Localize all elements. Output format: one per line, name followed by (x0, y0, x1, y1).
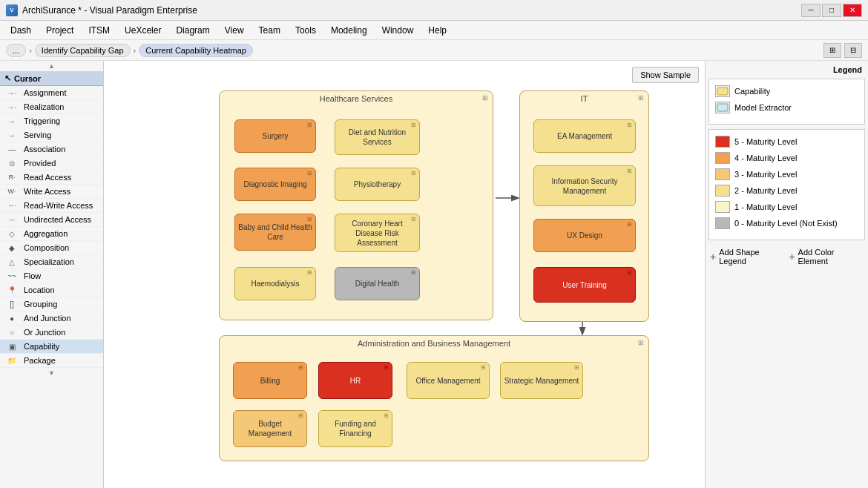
panel-item-readwrite-access[interactable]: ↔· Read-Write Access (0, 199, 103, 213)
realization-icon: →· (4, 103, 19, 111)
billing-box[interactable]: ⊞ Billing (233, 362, 307, 399)
panel-item-flow[interactable]: ~~ Flow (0, 269, 103, 283)
budget-box[interactable]: ⊞ Budget Management (233, 410, 307, 447)
menu-window[interactable]: Window (375, 24, 421, 37)
menu-diagram[interactable]: Diagram (168, 24, 217, 37)
menu-dash[interactable]: Dash (3, 24, 39, 37)
panel-item-composition[interactable]: ◆ Composition (0, 241, 103, 255)
color-1-label: 1 - Maturity Level (734, 202, 797, 211)
it-container[interactable]: IT ⊞ ⊞ EA Management ⊞ Information Secur… (519, 90, 649, 322)
color-4-swatch (715, 152, 730, 164)
strategic-box[interactable]: ⊞ Strategic Management (500, 362, 583, 399)
surgery-box[interactable]: ⊞ Surgery (234, 119, 316, 153)
panel-item-capability[interactable]: ▣ Capability (0, 340, 103, 354)
hr-box[interactable]: ⊞ HR (318, 362, 392, 399)
grouping-icon: [] (4, 300, 19, 309)
panel-item-realization[interactable]: →· Realization (0, 100, 103, 114)
funding-box[interactable]: ⊞ Funding and Financing (318, 410, 392, 447)
add-color-element[interactable]: + Add Color Element (787, 246, 865, 267)
menu-help[interactable]: Help (421, 24, 454, 37)
coronary-box[interactable]: ⊞ Coronary Heart Disease Risk Assessment (335, 214, 420, 252)
menu-project[interactable]: Project (39, 24, 81, 37)
menu-itsm[interactable]: ITSM (81, 24, 117, 37)
app-title: ArchiSurance * - Visual Paradigm Enterpr… (22, 5, 801, 16)
readwrite-label: Read-Write Access (24, 201, 93, 210)
legend-title: Legend (708, 64, 865, 76)
menu-team[interactable]: Team (251, 24, 288, 37)
diagram-canvas[interactable]: Show Sample Healthcare S (104, 61, 705, 488)
ea-box[interactable]: ⊞ EA Management (533, 119, 636, 153)
diagnostic-box[interactable]: ⊞ Diagnostic Imaging (234, 168, 316, 201)
panel-item-provided[interactable]: ⊙ Provided (0, 156, 103, 171)
ea-icon: ⊞ (627, 122, 632, 129)
panel-item-write-access[interactable]: W· Write Access (0, 185, 103, 199)
diet-box[interactable]: ⊞ Diet and Nutrition Services (335, 119, 420, 155)
it-container-icon: ⊞ (638, 94, 644, 102)
scroll-down[interactable]: ▼ (0, 368, 103, 378)
digital-icon: ⊞ (411, 269, 416, 277)
physio-label: Physiotherapy (354, 179, 401, 189)
digital-box[interactable]: ⊞ Digital Health (335, 267, 420, 300)
menu-modeling[interactable]: Modeling (323, 24, 375, 37)
office-box[interactable]: ⊞ Office Management (407, 362, 490, 399)
diet-icon: ⊞ (411, 122, 416, 129)
capability-label: Capability (24, 342, 59, 351)
breadcrumb-tool-1[interactable]: ⊞ (823, 43, 841, 58)
panel-item-and-junction[interactable]: ● And Junction (0, 311, 103, 326)
breadcrumb-tool-2[interactable]: ⊟ (844, 43, 862, 58)
add-color-icon: + (789, 251, 795, 263)
panel-item-assignment[interactable]: →· Assignment (0, 86, 103, 100)
haemo-box[interactable]: ⊞ Haemodialysis (234, 267, 316, 300)
admin-container[interactable]: Administration and Business Management ⊞… (219, 335, 649, 461)
strategic-label: Strategic Management (504, 376, 579, 386)
maximize-button[interactable]: □ (822, 4, 841, 17)
color-3-swatch (715, 168, 730, 180)
menu-uexceler[interactable]: UeXceler (117, 24, 168, 37)
panel-item-triggering[interactable]: → Triggering (0, 114, 103, 128)
close-button[interactable]: ✕ (843, 4, 862, 17)
panel-item-grouping[interactable]: [] Grouping (0, 297, 103, 311)
serving-icon: → (4, 131, 19, 139)
and-junction-icon: ● (4, 314, 19, 323)
panel-item-aggregation[interactable]: ◇ Aggregation (0, 227, 103, 241)
ux-label: UX Design (567, 231, 602, 240)
panel-item-association[interactable]: — Association (0, 142, 103, 156)
ism-box[interactable]: ⊞ Information Security Management (533, 165, 636, 206)
surgery-icon: ⊞ (307, 122, 312, 129)
read-access-label: Read Access (24, 173, 71, 182)
panel-item-read-access[interactable]: R· Read Access (0, 171, 103, 185)
panel-item-package[interactable]: 📁 Package (0, 354, 103, 368)
training-box[interactable]: ⊞ User Training (533, 267, 636, 303)
triggering-icon: → (4, 117, 19, 125)
minimize-button[interactable]: ─ (801, 4, 821, 17)
digital-label: Digital Health (355, 279, 399, 288)
training-label: User Training (562, 280, 606, 290)
healthcare-container[interactable]: Healthcare Services ⊞ ⊞ Surgery ⊞ Diet a… (219, 90, 493, 320)
panel-item-location[interactable]: 📍 Location (0, 283, 103, 297)
baby-box[interactable]: ⊞ Baby and Child Health Care (234, 214, 316, 251)
package-icon: 📁 (4, 357, 19, 365)
office-label: Office Management (415, 376, 480, 386)
specialization-icon: △ (4, 258, 19, 266)
menu-tools[interactable]: Tools (288, 24, 323, 37)
physio-box[interactable]: ⊞ Physiotherapy (335, 168, 420, 201)
location-label: Location (24, 286, 55, 294)
legend-extractor-row: Model Extractor (715, 102, 858, 113)
specialization-label: Specialization (24, 257, 74, 266)
menu-view[interactable]: View (217, 24, 251, 37)
ism-label: Information Security Management (537, 177, 632, 196)
ism-icon: ⊞ (627, 168, 632, 175)
breadcrumb-identify[interactable]: Identify Capability Gap (35, 44, 131, 57)
legend-shapes-box: Capability Model Extractor (708, 79, 865, 125)
baby-label: Baby and Child Health Care (238, 222, 312, 242)
panel-item-serving[interactable]: → Serving (0, 128, 103, 142)
add-shape-legend[interactable]: + Add Shape Legend (708, 246, 787, 267)
scroll-up[interactable]: ▲ (0, 61, 103, 71)
panel-item-undirected[interactable]: ··· Undirected Access (0, 213, 103, 227)
legend-color-5: 5 - Maturity Level (715, 136, 858, 148)
panel-item-specialization[interactable]: △ Specialization (0, 255, 103, 269)
panel-item-or-junction[interactable]: ○ Or Junction (0, 326, 103, 340)
breadcrumb-current[interactable]: Current Capability Heatmap (139, 44, 253, 57)
breadcrumb-ellipsis[interactable]: ... (6, 44, 26, 57)
ux-box[interactable]: ⊞ UX Design (533, 219, 636, 252)
